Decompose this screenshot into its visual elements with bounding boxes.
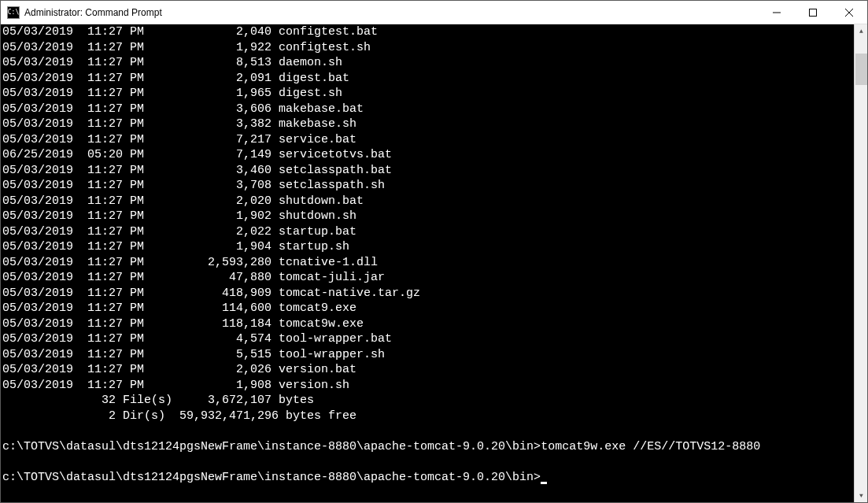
blank-line: [2, 423, 867, 439]
file-entry: 05/03/2019 11:27 PM 2,026 version.bat: [2, 362, 867, 378]
file-entry: 05/03/2019 11:27 PM 114,600 tomcat9.exe: [2, 301, 867, 316]
file-entry: 05/03/2019 11:27 PM 118,184 tomcat9w.exe: [2, 316, 867, 332]
file-entry: 05/03/2019 11:27 PM 7,217 service.bat: [2, 132, 867, 148]
vertical-scrollbar[interactable]: ▲ ▼: [854, 24, 867, 502]
file-entry: 05/03/2019 11:27 PM 418,909 tomcat-nativ…: [2, 286, 867, 301]
scrollbar-down-arrow[interactable]: ▼: [855, 489, 867, 502]
scrollbar-up-arrow[interactable]: ▲: [855, 24, 867, 38]
window-controls: [759, 1, 867, 24]
file-entry: 05/03/2019 11:27 PM 2,593,280 tcnative-1…: [2, 255, 867, 271]
svg-rect-1: [810, 9, 817, 16]
file-entry: 05/03/2019 11:27 PM 1,965 digest.sh: [2, 86, 867, 102]
file-entry: 05/03/2019 11:27 PM 47,880 tomcat-juli.j…: [2, 270, 867, 286]
prompt-line[interactable]: c:\TOTVS\datasul\dts12124pgsNewFrame\ins…: [2, 470, 867, 486]
file-entry: 05/03/2019 11:27 PM 2,091 digest.bat: [2, 71, 867, 87]
blank-line: [2, 454, 867, 470]
file-entry: 05/03/2019 11:27 PM 3,460 setclasspath.b…: [2, 163, 867, 179]
prompt-path: c:\TOTVS\datasul\dts12124pgsNewFrame\ins…: [2, 471, 541, 484]
prompt-command: tomcat9w.exe //ES//TOTVS12-8880: [541, 440, 760, 453]
file-entry: 05/03/2019 11:27 PM 3,708 setclasspath.s…: [2, 178, 867, 194]
file-entry: 05/03/2019 11:27 PM 1,904 startup.sh: [2, 239, 867, 255]
prompt-path: c:\TOTVS\datasul\dts12124pgsNewFrame\ins…: [2, 440, 541, 453]
summary-dirs: 2 Dir(s) 59,932,471,296 bytes free: [2, 409, 867, 424]
file-entry: 06/25/2019 05:20 PM 7,149 servicetotvs.b…: [2, 147, 867, 163]
app-icon: C:\: [7, 6, 20, 19]
command-prompt-window: C:\ Administrator: Command Prompt 05/03/…: [0, 0, 868, 503]
file-entry: 05/03/2019 11:27 PM 2,022 startup.bat: [2, 224, 867, 240]
file-entry: 05/03/2019 11:27 PM 5,515 tool-wrapper.s…: [2, 347, 867, 363]
file-entry: 05/03/2019 11:27 PM 3,382 makebase.sh: [2, 117, 867, 132]
file-entry: 05/03/2019 11:27 PM 2,040 configtest.bat: [2, 24, 867, 40]
file-entry: 05/03/2019 11:27 PM 3,606 makebase.bat: [2, 102, 867, 117]
cursor: [541, 482, 547, 484]
file-entry: 05/03/2019 11:27 PM 4,574 tool-wrapper.b…: [2, 331, 867, 347]
prompt-line[interactable]: c:\TOTVS\datasul\dts12124pgsNewFrame\ins…: [2, 439, 867, 455]
file-entry: 05/03/2019 11:27 PM 1,922 configtest.sh: [2, 40, 867, 56]
console-body[interactable]: 05/03/2019 11:27 PM 2,040 configtest.bat…: [1, 24, 867, 502]
file-entry: 05/03/2019 11:27 PM 1,908 version.sh: [2, 378, 867, 394]
window-title: Administrator: Command Prompt: [24, 7, 759, 18]
scrollbar-thumb[interactable]: [855, 54, 867, 85]
maximize-button[interactable]: [795, 1, 831, 24]
file-entry: 05/03/2019 11:27 PM 8,513 daemon.sh: [2, 55, 867, 71]
summary-files: 32 File(s) 3,672,107 bytes: [2, 393, 867, 409]
file-entry: 05/03/2019 11:27 PM 2,020 shutdown.bat: [2, 194, 867, 209]
file-entry: 05/03/2019 11:27 PM 1,902 shutdown.sh: [2, 209, 867, 224]
minimize-button[interactable]: [759, 1, 795, 24]
close-button[interactable]: [831, 1, 867, 24]
titlebar[interactable]: C:\ Administrator: Command Prompt: [1, 1, 867, 24]
console-output: 05/03/2019 11:27 PM 2,040 configtest.bat…: [2, 24, 867, 485]
